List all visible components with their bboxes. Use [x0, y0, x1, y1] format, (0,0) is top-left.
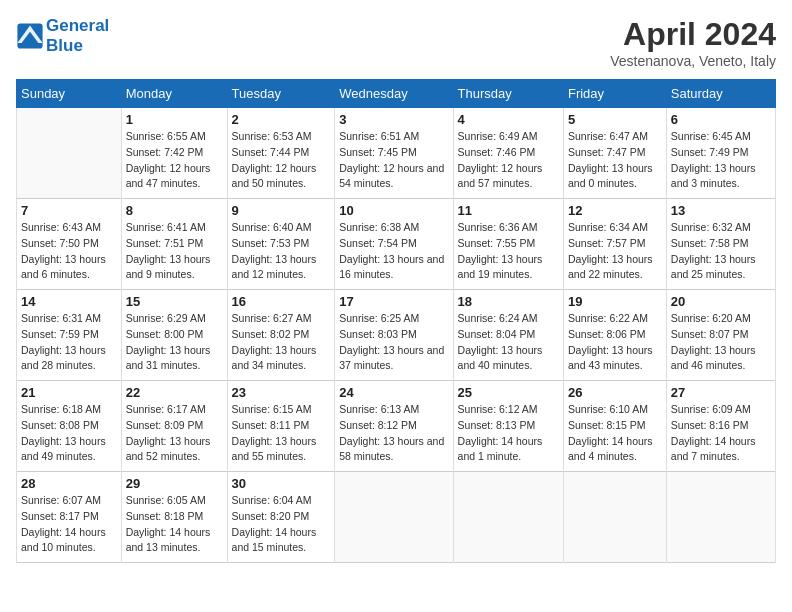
day-number: 3 [339, 112, 448, 127]
day-number: 15 [126, 294, 223, 309]
day-number: 5 [568, 112, 662, 127]
day-number: 21 [21, 385, 117, 400]
day-number: 6 [671, 112, 771, 127]
weekday-header: Saturday [666, 80, 775, 108]
calendar-cell: 15Sunrise: 6:29 AMSunset: 8:00 PMDayligh… [121, 290, 227, 381]
day-number: 16 [232, 294, 331, 309]
calendar-cell: 2Sunrise: 6:53 AMSunset: 7:44 PMDaylight… [227, 108, 335, 199]
calendar-header-row: SundayMondayTuesdayWednesdayThursdayFrid… [17, 80, 776, 108]
day-info: Sunrise: 6:38 AMSunset: 7:54 PMDaylight:… [339, 220, 448, 283]
day-info: Sunrise: 6:41 AMSunset: 7:51 PMDaylight:… [126, 220, 223, 283]
day-number: 25 [458, 385, 559, 400]
day-info: Sunrise: 6:43 AMSunset: 7:50 PMDaylight:… [21, 220, 117, 283]
calendar-cell: 28Sunrise: 6:07 AMSunset: 8:17 PMDayligh… [17, 472, 122, 563]
calendar-cell: 9Sunrise: 6:40 AMSunset: 7:53 PMDaylight… [227, 199, 335, 290]
calendar-cell: 30Sunrise: 6:04 AMSunset: 8:20 PMDayligh… [227, 472, 335, 563]
day-info: Sunrise: 6:29 AMSunset: 8:00 PMDaylight:… [126, 311, 223, 374]
weekday-header: Friday [563, 80, 666, 108]
calendar-cell: 18Sunrise: 6:24 AMSunset: 8:04 PMDayligh… [453, 290, 563, 381]
day-number: 28 [21, 476, 117, 491]
weekday-header: Monday [121, 80, 227, 108]
day-info: Sunrise: 6:27 AMSunset: 8:02 PMDaylight:… [232, 311, 331, 374]
calendar-cell: 6Sunrise: 6:45 AMSunset: 7:49 PMDaylight… [666, 108, 775, 199]
day-number: 22 [126, 385, 223, 400]
day-number: 27 [671, 385, 771, 400]
calendar-cell [335, 472, 453, 563]
calendar-cell: 26Sunrise: 6:10 AMSunset: 8:15 PMDayligh… [563, 381, 666, 472]
day-number: 26 [568, 385, 662, 400]
day-number: 12 [568, 203, 662, 218]
day-number: 4 [458, 112, 559, 127]
day-number: 1 [126, 112, 223, 127]
calendar-cell [563, 472, 666, 563]
day-number: 23 [232, 385, 331, 400]
day-info: Sunrise: 6:22 AMSunset: 8:06 PMDaylight:… [568, 311, 662, 374]
day-number: 19 [568, 294, 662, 309]
calendar-body: 1Sunrise: 6:55 AMSunset: 7:42 PMDaylight… [17, 108, 776, 563]
page-header: General Blue April 2024 Vestenanova, Ven… [16, 16, 776, 69]
calendar-cell: 12Sunrise: 6:34 AMSunset: 7:57 PMDayligh… [563, 199, 666, 290]
weekday-header: Tuesday [227, 80, 335, 108]
day-info: Sunrise: 6:45 AMSunset: 7:49 PMDaylight:… [671, 129, 771, 192]
day-number: 9 [232, 203, 331, 218]
calendar-cell: 23Sunrise: 6:15 AMSunset: 8:11 PMDayligh… [227, 381, 335, 472]
calendar-table: SundayMondayTuesdayWednesdayThursdayFrid… [16, 79, 776, 563]
logo: General Blue [16, 16, 109, 55]
calendar-cell: 10Sunrise: 6:38 AMSunset: 7:54 PMDayligh… [335, 199, 453, 290]
day-number: 24 [339, 385, 448, 400]
day-info: Sunrise: 6:31 AMSunset: 7:59 PMDaylight:… [21, 311, 117, 374]
calendar-cell: 5Sunrise: 6:47 AMSunset: 7:47 PMDaylight… [563, 108, 666, 199]
day-info: Sunrise: 6:09 AMSunset: 8:16 PMDaylight:… [671, 402, 771, 465]
day-info: Sunrise: 6:05 AMSunset: 8:18 PMDaylight:… [126, 493, 223, 556]
day-number: 30 [232, 476, 331, 491]
calendar-cell: 20Sunrise: 6:20 AMSunset: 8:07 PMDayligh… [666, 290, 775, 381]
day-number: 10 [339, 203, 448, 218]
logo-text-blue: Blue [46, 36, 109, 56]
day-info: Sunrise: 6:36 AMSunset: 7:55 PMDaylight:… [458, 220, 559, 283]
day-info: Sunrise: 6:17 AMSunset: 8:09 PMDaylight:… [126, 402, 223, 465]
title-block: April 2024 Vestenanova, Veneto, Italy [610, 16, 776, 69]
day-info: Sunrise: 6:18 AMSunset: 8:08 PMDaylight:… [21, 402, 117, 465]
calendar-cell: 13Sunrise: 6:32 AMSunset: 7:58 PMDayligh… [666, 199, 775, 290]
logo-icon [16, 22, 44, 50]
calendar-cell: 16Sunrise: 6:27 AMSunset: 8:02 PMDayligh… [227, 290, 335, 381]
day-number: 2 [232, 112, 331, 127]
calendar-cell: 19Sunrise: 6:22 AMSunset: 8:06 PMDayligh… [563, 290, 666, 381]
calendar-cell: 8Sunrise: 6:41 AMSunset: 7:51 PMDaylight… [121, 199, 227, 290]
calendar-cell: 21Sunrise: 6:18 AMSunset: 8:08 PMDayligh… [17, 381, 122, 472]
day-info: Sunrise: 6:25 AMSunset: 8:03 PMDaylight:… [339, 311, 448, 374]
day-info: Sunrise: 6:34 AMSunset: 7:57 PMDaylight:… [568, 220, 662, 283]
day-info: Sunrise: 6:40 AMSunset: 7:53 PMDaylight:… [232, 220, 331, 283]
day-info: Sunrise: 6:47 AMSunset: 7:47 PMDaylight:… [568, 129, 662, 192]
day-number: 13 [671, 203, 771, 218]
day-number: 7 [21, 203, 117, 218]
day-info: Sunrise: 6:15 AMSunset: 8:11 PMDaylight:… [232, 402, 331, 465]
calendar-cell [666, 472, 775, 563]
weekday-header: Thursday [453, 80, 563, 108]
day-info: Sunrise: 6:12 AMSunset: 8:13 PMDaylight:… [458, 402, 559, 465]
day-info: Sunrise: 6:04 AMSunset: 8:20 PMDaylight:… [232, 493, 331, 556]
location: Vestenanova, Veneto, Italy [610, 53, 776, 69]
calendar-cell: 3Sunrise: 6:51 AMSunset: 7:45 PMDaylight… [335, 108, 453, 199]
calendar-cell: 4Sunrise: 6:49 AMSunset: 7:46 PMDaylight… [453, 108, 563, 199]
calendar-cell [17, 108, 122, 199]
calendar-week-row: 28Sunrise: 6:07 AMSunset: 8:17 PMDayligh… [17, 472, 776, 563]
day-number: 18 [458, 294, 559, 309]
day-info: Sunrise: 6:20 AMSunset: 8:07 PMDaylight:… [671, 311, 771, 374]
calendar-cell: 25Sunrise: 6:12 AMSunset: 8:13 PMDayligh… [453, 381, 563, 472]
day-info: Sunrise: 6:55 AMSunset: 7:42 PMDaylight:… [126, 129, 223, 192]
day-info: Sunrise: 6:53 AMSunset: 7:44 PMDaylight:… [232, 129, 331, 192]
calendar-week-row: 21Sunrise: 6:18 AMSunset: 8:08 PMDayligh… [17, 381, 776, 472]
day-info: Sunrise: 6:10 AMSunset: 8:15 PMDaylight:… [568, 402, 662, 465]
calendar-cell: 17Sunrise: 6:25 AMSunset: 8:03 PMDayligh… [335, 290, 453, 381]
day-number: 20 [671, 294, 771, 309]
calendar-cell: 27Sunrise: 6:09 AMSunset: 8:16 PMDayligh… [666, 381, 775, 472]
day-info: Sunrise: 6:24 AMSunset: 8:04 PMDaylight:… [458, 311, 559, 374]
calendar-week-row: 14Sunrise: 6:31 AMSunset: 7:59 PMDayligh… [17, 290, 776, 381]
calendar-cell: 22Sunrise: 6:17 AMSunset: 8:09 PMDayligh… [121, 381, 227, 472]
day-number: 8 [126, 203, 223, 218]
day-info: Sunrise: 6:32 AMSunset: 7:58 PMDaylight:… [671, 220, 771, 283]
calendar-week-row: 1Sunrise: 6:55 AMSunset: 7:42 PMDaylight… [17, 108, 776, 199]
calendar-week-row: 7Sunrise: 6:43 AMSunset: 7:50 PMDaylight… [17, 199, 776, 290]
calendar-cell: 14Sunrise: 6:31 AMSunset: 7:59 PMDayligh… [17, 290, 122, 381]
